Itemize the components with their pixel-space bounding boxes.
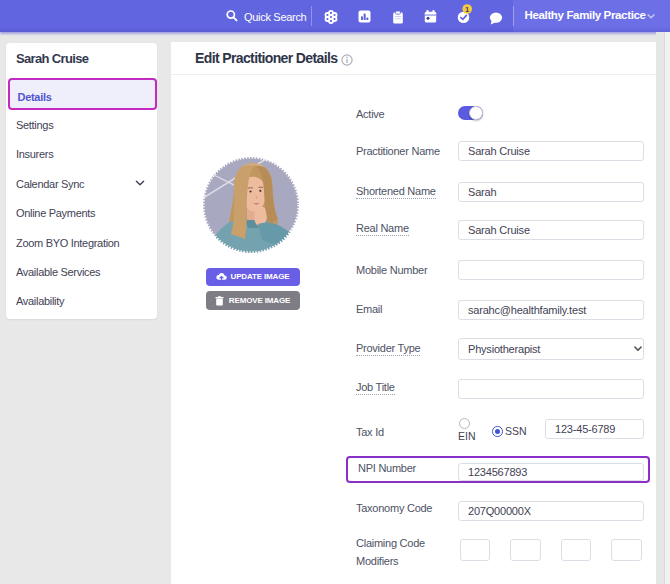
svg-text:1: 1 xyxy=(465,5,469,14)
